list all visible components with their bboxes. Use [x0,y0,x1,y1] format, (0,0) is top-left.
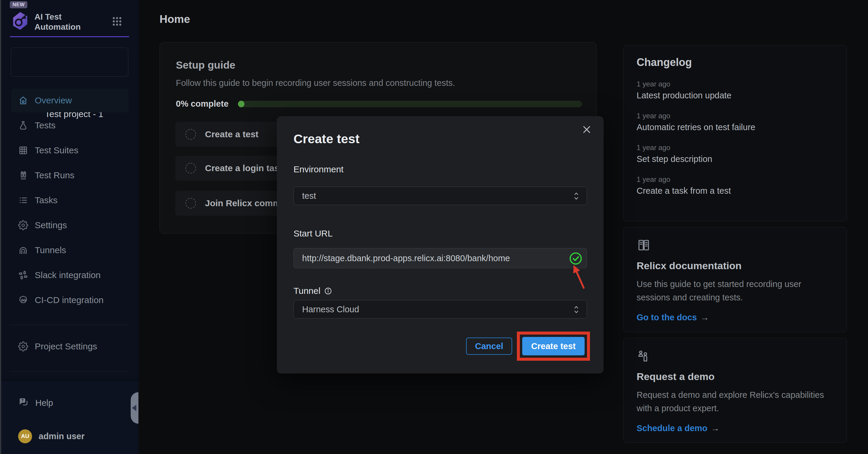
arrow-right-icon: → [701,312,709,322]
changelog-text: Automatic retries on test failure [637,122,834,132]
sidebar-item-test-runs[interactable]: Test Runs [11,163,129,187]
home-icon [18,95,28,105]
demo-card-title: Request a demo [637,371,834,383]
create-test-button[interactable]: Create test [522,337,585,355]
grid-icon [18,145,28,155]
sidebar-item-overview[interactable]: Overview [11,89,129,112]
help-chat-icon: ? [18,397,29,409]
progress-fill [238,101,245,107]
setup-guide-title: Setup guide [176,59,235,71]
changelog-time: 1 year ago [637,175,834,184]
brand-divider [10,36,129,37]
sidebar-item-project-settings[interactable]: Project Settings [11,335,129,358]
select-chevrons-icon [572,191,580,201]
setup-step-label: Create a test [205,129,258,139]
link-label: Schedule a demo [637,423,708,433]
tunnel-label-text: Tunnel [293,286,320,296]
changelog-card: Changelog 1 year ago Latest production u… [623,45,847,221]
help-label: Help [35,398,53,408]
annotation-highlight-box: Create test [517,332,590,361]
sidebar-item-label: Tasks [35,195,58,205]
environment-value: test [302,191,316,201]
collapse-arrow-icon [132,405,136,411]
changelog-entry: 1 year ago Automatic retries on test fai… [637,112,834,132]
tunnel-value: Harness Cloud [302,305,359,314]
environment-label: Environment [293,164,343,174]
columns-icon [18,170,28,180]
close-icon[interactable] [582,124,592,134]
sidebar-item-label: Tests [35,120,56,130]
changelog-time: 1 year ago [637,144,834,152]
sidebar-item-label: Settings [35,220,67,230]
incomplete-step-icon [185,163,196,174]
sidebar-item-tests[interactable]: Tests [11,114,129,137]
link-label: Go to the docs [637,312,697,322]
start-url-input[interactable]: http://stage.dbank.prod-apps.relicx.ai:8… [293,248,587,268]
changelog-entry: 1 year ago Set step description [637,144,834,164]
page-title: Home [159,13,190,26]
changelog-text: Set step description [637,154,834,164]
go-to-docs-link[interactable]: Go to the docs → [637,312,834,322]
incomplete-step-icon [185,198,196,209]
cicd-icon [18,295,28,305]
documentation-card: Relicx documentation Use this guide to g… [623,227,847,332]
list-icon [18,195,28,205]
incomplete-step-icon [185,129,196,140]
slack-icon [18,270,28,280]
sidebar-item-tasks[interactable]: Tasks [11,188,129,212]
changelog-text: Create a task from a test [637,186,834,196]
sidebar-item-label: Project Settings [35,341,97,352]
valid-check-icon [569,252,583,265]
svg-text:?: ? [21,398,24,402]
changelog-entry: 1 year ago Latest production update [637,80,834,100]
progress-label: 0% complete [176,99,228,109]
modal-footer: Cancel Create test [466,332,590,361]
gear-icon [18,220,28,230]
docs-card-body: Use this guide to get started recording … [637,277,830,304]
create-test-modal: Create test Environment test Start URL h… [277,116,603,373]
sidebar-item-label: Slack integration [35,270,101,280]
help-button[interactable]: ? Help [11,391,129,415]
user-menu[interactable]: AU admin user [11,424,129,448]
tunnel-select[interactable]: Harness Cloud [293,300,587,319]
demo-card-body: Request a demo and explore Relicx's capa… [637,388,830,415]
sidebar-footer: ? Help AU admin user [1,380,138,454]
gear-icon [18,341,28,352]
app-logo-icon [11,11,29,31]
modal-title: Create test [293,132,360,146]
new-badge: NEW [10,1,27,8]
schedule-demo-link[interactable]: Schedule a demo → [637,423,834,433]
setup-step-label: Create a login task [205,163,284,173]
sidebar-item-settings[interactable]: Settings [11,213,129,237]
app-window: NEW AI Test Automation [0,0,868,454]
app-switcher-icon[interactable] [112,17,122,26]
docs-book-icon [637,248,651,253]
changelog-title: Changelog [637,56,834,69]
sidebar-item-label: Test Runs [35,170,74,180]
sidebar: NEW AI Test Automation [1,0,138,454]
sidebar-divider [10,371,129,372]
changelog-entry: 1 year ago Create a task from a test [637,175,834,196]
sidebar-item-cicd-integration[interactable]: CI-CD integration [11,288,129,312]
flask-icon [18,120,28,130]
info-icon[interactable] [324,287,332,295]
setup-guide-description: Follow this guide to begin recording use… [176,78,455,88]
changelog-time: 1 year ago [637,80,834,88]
progress-bar [238,101,582,107]
user-name: admin user [39,431,85,441]
cancel-button[interactable]: Cancel [466,337,512,355]
people-icon [637,359,651,364]
changelog-time: 1 year ago [637,112,834,120]
sidebar-item-label: Overview [35,95,72,105]
sidebar-item-tunnels[interactable]: Tunnels [11,238,129,262]
sidebar-item-slack-integration[interactable]: Slack integration [11,263,129,287]
app-title: AI Test Automation [34,12,103,32]
environment-select[interactable]: test [293,187,587,205]
changelog-text: Latest production update [637,91,834,100]
sidebar-item-test-suites[interactable]: Test Suites [11,139,129,162]
start-url-value: http://stage.dbank.prod-apps.relicx.ai:8… [302,253,510,263]
sidebar-collapse-handle[interactable] [131,392,138,424]
tunnel-label: Tunnel [293,286,332,296]
project-selector[interactable]: PROJECT Test project - 1 [11,48,128,77]
sidebar-item-label: Tunnels [35,245,66,255]
